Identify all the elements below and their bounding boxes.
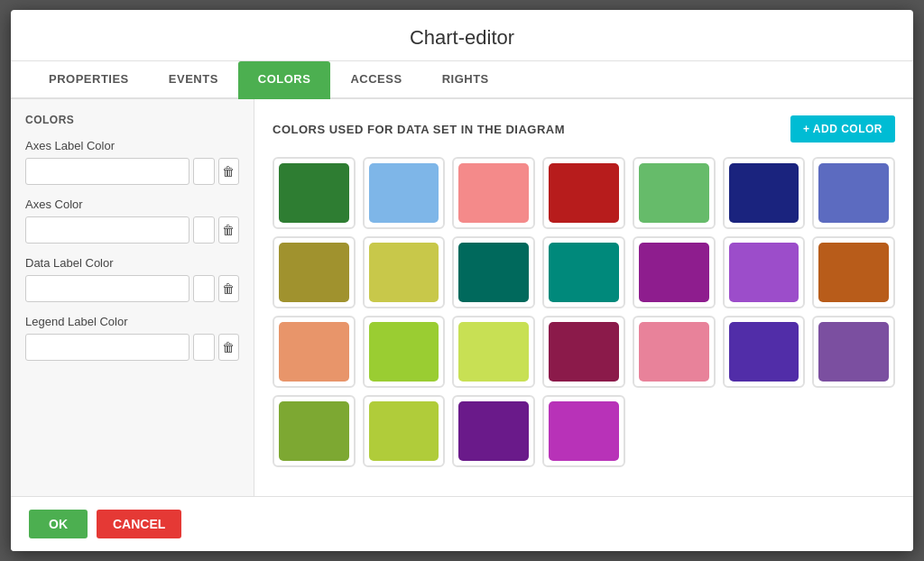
- color-swatch-16[interactable]: [452, 316, 535, 388]
- axes-label-color-input[interactable]: [25, 158, 189, 185]
- color-swatch-6[interactable]: [812, 157, 895, 229]
- color-swatch-5[interactable]: [723, 157, 806, 229]
- right-panel-header: COLORS USED FOR DATA SET IN THE DIAGRAM …: [273, 115, 895, 143]
- color-swatch-18[interactable]: [633, 316, 716, 388]
- color-grid: [273, 157, 895, 467]
- color-swatch-13[interactable]: [812, 236, 895, 308]
- legend-label-color-input[interactable]: [25, 334, 189, 361]
- chart-editor-modal: Chart-editor PROPERTIES EVENTS COLORS AC…: [11, 10, 913, 551]
- color-swatch-23[interactable]: [452, 395, 535, 467]
- tab-rights[interactable]: RIGHTS: [422, 61, 509, 99]
- color-swatch-3[interactable]: [542, 157, 625, 229]
- tab-bar: PROPERTIES EVENTS COLORS ACCESS RIGHTS: [11, 61, 913, 99]
- cancel-button[interactable]: CANCEL: [97, 510, 181, 538]
- axes-color-label: Axes Color: [25, 198, 239, 211]
- data-label-color-input[interactable]: [25, 275, 189, 302]
- tab-colors[interactable]: COLORS: [238, 61, 331, 99]
- color-swatch-19[interactable]: [723, 316, 806, 388]
- axes-label-color-delete[interactable]: 🗑: [218, 158, 240, 185]
- ok-button[interactable]: OK: [29, 510, 88, 538]
- tab-events[interactable]: EVENTS: [149, 61, 238, 99]
- add-color-button[interactable]: + ADD COLOR: [790, 115, 895, 143]
- legend-label-color-delete[interactable]: 🗑: [218, 334, 240, 361]
- color-swatch-24[interactable]: [542, 395, 625, 467]
- color-swatch-10[interactable]: [542, 236, 625, 308]
- color-swatch-2[interactable]: [452, 157, 535, 229]
- color-swatch-8[interactable]: [363, 236, 446, 308]
- tab-properties[interactable]: PROPERTIES: [29, 61, 149, 99]
- tab-access[interactable]: ACCESS: [330, 61, 421, 99]
- color-swatch-1[interactable]: [363, 157, 446, 229]
- modal-title: Chart-editor: [11, 10, 913, 61]
- axes-label-color-label: Axes Label Color: [25, 139, 239, 152]
- data-label-color-preview[interactable]: [193, 275, 215, 302]
- color-swatch-9[interactable]: [452, 236, 535, 308]
- axes-label-color-preview[interactable]: [193, 158, 215, 185]
- color-swatch-22[interactable]: [363, 395, 446, 467]
- data-label-color-row: 🗑: [25, 275, 239, 302]
- color-swatch-4[interactable]: [633, 157, 716, 229]
- right-panel: COLORS USED FOR DATA SET IN THE DIAGRAM …: [254, 99, 913, 496]
- data-label-color-label: Data Label Color: [25, 256, 239, 270]
- axes-label-color-row: 🗑: [25, 158, 239, 185]
- color-swatch-14[interactable]: [273, 316, 356, 388]
- color-swatch-11[interactable]: [633, 236, 716, 308]
- data-label-color-delete[interactable]: 🗑: [218, 275, 240, 302]
- color-swatch-0[interactable]: [273, 157, 356, 229]
- right-panel-title: COLORS USED FOR DATA SET IN THE DIAGRAM: [273, 123, 565, 136]
- legend-label-color-row: 🗑: [25, 334, 239, 361]
- left-panel: COLORS Axes Label Color 🗑 Axes Color 🗑 D…: [11, 99, 254, 496]
- modal-footer: OK CANCEL: [11, 496, 913, 551]
- color-swatch-20[interactable]: [812, 316, 895, 388]
- color-swatch-7[interactable]: [273, 236, 356, 308]
- left-panel-title: COLORS: [25, 114, 239, 126]
- axes-color-row: 🗑: [25, 216, 239, 244]
- color-swatch-15[interactable]: [363, 316, 446, 388]
- legend-label-color-preview[interactable]: [193, 334, 215, 361]
- axes-color-input[interactable]: [25, 216, 189, 244]
- axes-color-preview[interactable]: [193, 216, 215, 244]
- legend-label-color-label: Legend Label Color: [25, 315, 239, 328]
- modal-body: COLORS Axes Label Color 🗑 Axes Color 🗑 D…: [11, 99, 913, 496]
- color-swatch-17[interactable]: [542, 316, 625, 388]
- color-swatch-12[interactable]: [723, 236, 806, 308]
- axes-color-delete[interactable]: 🗑: [218, 216, 240, 244]
- color-swatch-21[interactable]: [273, 395, 356, 467]
